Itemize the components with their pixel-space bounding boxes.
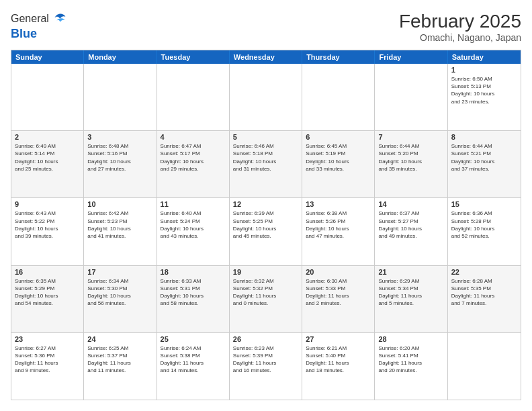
header-tuesday: Tuesday [157,50,230,64]
calendar-row-3: 9Sunrise: 6:43 AM Sunset: 5:22 PM Daylig… [11,197,521,265]
calendar-cell [375,64,447,130]
month-title: February 2025 [399,11,521,32]
header-friday: Friday [375,50,447,64]
logo-general-text: General [11,13,49,25]
day-number: 17 [87,268,152,276]
day-info: Sunrise: 6:33 AM Sunset: 5:31 PM Dayligh… [161,277,226,308]
calendar-cell: 14Sunrise: 6:37 AM Sunset: 5:27 PM Dayli… [375,198,447,265]
day-number: 4 [161,133,226,141]
day-info: Sunrise: 6:28 AM Sunset: 5:35 PM Dayligh… [451,277,517,308]
calendar-cell: 1Sunrise: 6:50 AM Sunset: 5:13 PM Daylig… [448,64,521,130]
logo-blue-text: Blue [11,27,37,40]
header-thursday: Thursday [302,50,375,64]
day-number: 12 [233,200,298,208]
calendar-cell: 23Sunrise: 6:27 AM Sunset: 5:36 PM Dayli… [11,333,84,400]
header-sunday: Sunday [11,50,84,64]
calendar-cell: 22Sunrise: 6:28 AM Sunset: 5:35 PM Dayli… [448,266,521,332]
calendar-row-1: 1Sunrise: 6:50 AM Sunset: 5:13 PM Daylig… [11,64,521,130]
day-number: 23 [15,335,80,343]
day-info: Sunrise: 6:38 AM Sunset: 5:26 PM Dayligh… [306,210,371,240]
calendar-cell: 26Sunrise: 6:23 AM Sunset: 5:39 PM Dayli… [230,333,302,400]
day-info: Sunrise: 6:50 AM Sunset: 5:13 PM Dayligh… [451,75,517,105]
day-number: 19 [233,268,298,276]
calendar-header: Sunday Monday Tuesday Wednesday Thursday… [11,50,521,64]
calendar-cell [448,333,521,400]
calendar-cell: 9Sunrise: 6:43 AM Sunset: 5:22 PM Daylig… [11,198,84,265]
day-info: Sunrise: 6:37 AM Sunset: 5:27 PM Dayligh… [378,210,443,240]
day-info: Sunrise: 6:32 AM Sunset: 5:32 PM Dayligh… [233,277,298,308]
day-number: 14 [378,200,443,208]
calendar-cell: 15Sunrise: 6:36 AM Sunset: 5:28 PM Dayli… [448,198,521,265]
day-number: 21 [378,268,443,276]
day-number: 25 [161,335,226,343]
day-info: Sunrise: 6:24 AM Sunset: 5:38 PM Dayligh… [161,345,226,375]
calendar-cell: 25Sunrise: 6:24 AM Sunset: 5:38 PM Dayli… [157,333,230,400]
day-number: 10 [87,200,152,208]
header-monday: Monday [84,50,157,64]
calendar-cell: 24Sunrise: 6:25 AM Sunset: 5:37 PM Dayli… [84,333,157,400]
day-number: 13 [306,200,371,208]
day-info: Sunrise: 6:48 AM Sunset: 5:16 PM Dayligh… [87,142,152,173]
calendar-cell: 10Sunrise: 6:42 AM Sunset: 5:23 PM Dayli… [84,198,157,265]
title-section: February 2025 Omachi, Nagano, Japan [399,11,521,43]
day-info: Sunrise: 6:21 AM Sunset: 5:40 PM Dayligh… [306,345,371,375]
location: Omachi, Nagano, Japan [399,32,521,43]
calendar-cell [230,64,302,130]
day-info: Sunrise: 6:27 AM Sunset: 5:36 PM Dayligh… [15,345,80,375]
day-info: Sunrise: 6:23 AM Sunset: 5:39 PM Dayligh… [233,345,298,375]
day-number: 20 [306,268,371,276]
calendar-cell [157,64,230,130]
day-number: 2 [15,133,80,141]
day-number: 16 [15,268,80,276]
calendar-cell: 18Sunrise: 6:33 AM Sunset: 5:31 PM Dayli… [157,266,230,332]
logo-bird-icon [50,11,66,27]
calendar-cell: 16Sunrise: 6:35 AM Sunset: 5:29 PM Dayli… [11,266,84,332]
calendar-cell: 11Sunrise: 6:40 AM Sunset: 5:24 PM Dayli… [157,198,230,265]
day-number: 5 [233,133,298,141]
day-number: 28 [378,335,443,343]
calendar-cell: 19Sunrise: 6:32 AM Sunset: 5:32 PM Dayli… [230,266,302,332]
calendar-body: 1Sunrise: 6:50 AM Sunset: 5:13 PM Daylig… [11,64,521,400]
calendar-cell: 28Sunrise: 6:20 AM Sunset: 5:41 PM Dayli… [375,333,447,400]
calendar-cell: 12Sunrise: 6:39 AM Sunset: 5:25 PM Dayli… [230,198,302,265]
day-number: 26 [233,335,298,343]
day-number: 9 [15,200,80,208]
calendar-cell: 8Sunrise: 6:44 AM Sunset: 5:21 PM Daylig… [448,131,521,197]
day-number: 7 [378,133,443,141]
header-saturday: Saturday [448,50,521,64]
calendar-cell: 4Sunrise: 6:47 AM Sunset: 5:17 PM Daylig… [157,131,230,197]
calendar-cell: 21Sunrise: 6:29 AM Sunset: 5:34 PM Dayli… [375,266,447,332]
day-info: Sunrise: 6:30 AM Sunset: 5:33 PM Dayligh… [306,277,371,308]
calendar-cell: 5Sunrise: 6:46 AM Sunset: 5:18 PM Daylig… [230,131,302,197]
day-info: Sunrise: 6:43 AM Sunset: 5:22 PM Dayligh… [15,210,80,240]
day-info: Sunrise: 6:35 AM Sunset: 5:29 PM Dayligh… [15,277,80,308]
day-info: Sunrise: 6:25 AM Sunset: 5:37 PM Dayligh… [87,345,152,375]
day-info: Sunrise: 6:39 AM Sunset: 5:25 PM Dayligh… [233,210,298,240]
day-info: Sunrise: 6:40 AM Sunset: 5:24 PM Dayligh… [161,210,226,240]
calendar: Sunday Monday Tuesday Wednesday Thursday… [11,50,521,400]
page: General Blue February 2025 Omachi, Nagan… [0,0,532,411]
day-number: 8 [451,133,517,141]
header: General Blue February 2025 Omachi, Nagan… [11,11,521,43]
day-number: 18 [161,268,226,276]
calendar-cell: 6Sunrise: 6:45 AM Sunset: 5:19 PM Daylig… [302,131,375,197]
day-info: Sunrise: 6:36 AM Sunset: 5:28 PM Dayligh… [451,210,517,240]
calendar-cell: 27Sunrise: 6:21 AM Sunset: 5:40 PM Dayli… [302,333,375,400]
day-info: Sunrise: 6:42 AM Sunset: 5:23 PM Dayligh… [87,210,152,240]
day-info: Sunrise: 6:29 AM Sunset: 5:34 PM Dayligh… [378,277,443,308]
day-info: Sunrise: 6:46 AM Sunset: 5:18 PM Dayligh… [233,142,298,173]
calendar-row-4: 16Sunrise: 6:35 AM Sunset: 5:29 PM Dayli… [11,265,521,332]
day-info: Sunrise: 6:20 AM Sunset: 5:41 PM Dayligh… [378,345,443,375]
day-number: 1 [451,66,517,74]
calendar-cell: 17Sunrise: 6:34 AM Sunset: 5:30 PM Dayli… [84,266,157,332]
calendar-cell: 2Sunrise: 6:49 AM Sunset: 5:14 PM Daylig… [11,131,84,197]
day-number: 11 [161,200,226,208]
day-number: 15 [451,200,517,208]
calendar-row-5: 23Sunrise: 6:27 AM Sunset: 5:36 PM Dayli… [11,332,521,400]
calendar-cell: 7Sunrise: 6:44 AM Sunset: 5:20 PM Daylig… [375,131,447,197]
day-info: Sunrise: 6:44 AM Sunset: 5:21 PM Dayligh… [451,142,517,173]
day-info: Sunrise: 6:44 AM Sunset: 5:20 PM Dayligh… [378,142,443,173]
day-info: Sunrise: 6:47 AM Sunset: 5:17 PM Dayligh… [161,142,226,173]
day-number: 27 [306,335,371,343]
logo: General Blue [11,11,66,41]
